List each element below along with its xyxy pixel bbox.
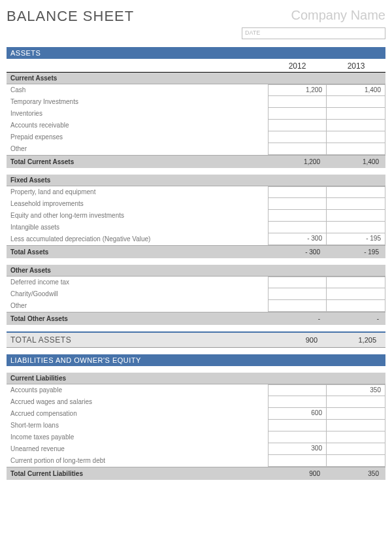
line-item: Accrued compensation600: [7, 408, 385, 420]
line-item: Accounts payable350: [7, 384, 385, 396]
value-cell-y1[interactable]: [268, 186, 327, 198]
grand-total-assets: TOTAL ASSETS 900 1,205: [7, 333, 385, 348]
current-assets-rows: Cash1,2001,400Temporary InvestmentsInven…: [7, 84, 385, 155]
line-item: Intangible assets: [7, 222, 385, 233]
line-label: Other: [7, 300, 268, 312]
line-label: Other: [7, 143, 268, 155]
value-cell-y1[interactable]: 1,200: [268, 84, 327, 96]
total-v1: 1,200: [268, 156, 327, 167]
value-cell-y2[interactable]: [327, 420, 385, 431]
line-label: Accrued wages and salaries: [7, 396, 268, 408]
total-v1: - 300: [268, 246, 327, 258]
value-cell-y2[interactable]: [327, 408, 385, 420]
line-label: Accrued compensation: [7, 408, 268, 420]
line-item: Other: [7, 143, 385, 155]
value-cell-y2[interactable]: - 195: [327, 233, 385, 245]
year-header: 2012 2013: [7, 59, 385, 73]
date-field[interactable]: DATE: [242, 27, 385, 39]
value-cell-y1[interactable]: [268, 277, 327, 288]
line-item: Other: [7, 300, 385, 312]
grand-v1: 900: [268, 333, 327, 346]
assets-section-bar: ASSETS: [7, 47, 385, 59]
line-label: Accounts receivable: [7, 120, 268, 131]
value-cell-y1[interactable]: [268, 288, 327, 300]
value-cell-y1[interactable]: 300: [268, 443, 327, 455]
value-cell-y1[interactable]: [268, 120, 327, 131]
total-current-assets: Total Current Assets 1,200 1,400: [7, 155, 385, 168]
total-v2: -: [327, 313, 385, 324]
company-name[interactable]: Company Name: [291, 8, 385, 23]
total-label: Total Other Assets: [7, 313, 268, 324]
value-cell-y2[interactable]: [327, 396, 385, 408]
line-label: Leasehold improvements: [7, 198, 268, 210]
line-label: Accounts payable: [7, 384, 268, 396]
line-label: Temporary Investments: [7, 96, 268, 108]
total-v1: 900: [268, 468, 327, 479]
line-item: Deferred income tax: [7, 277, 385, 288]
value-cell-y1[interactable]: [268, 143, 327, 155]
value-cell-y1[interactable]: [268, 108, 327, 120]
value-cell-y2[interactable]: [327, 96, 385, 108]
current-assets-heading: Current Assets: [7, 73, 385, 84]
line-label: Property, land and equipment: [7, 186, 268, 198]
line-item: Less accumulated depreciation (Negative …: [7, 233, 385, 245]
line-label: Charity/Goodwill: [7, 288, 268, 300]
grand-total-assets-wrap: TOTAL ASSETS 900 1,205: [7, 331, 385, 348]
value-cell-y2[interactable]: 1,400: [327, 84, 385, 96]
value-cell-y1[interactable]: - 300: [268, 233, 327, 245]
value-cell-y2[interactable]: [327, 143, 385, 155]
value-cell-y2[interactable]: [327, 288, 385, 300]
current-liabilities-rows: Accounts payable350Accrued wages and sal…: [7, 384, 385, 467]
value-cell-y1[interactable]: [268, 384, 327, 396]
current-liabilities-heading: Current Liabilities: [7, 373, 385, 384]
value-cell-y2[interactable]: [327, 431, 385, 443]
value-cell-y1[interactable]: [268, 455, 327, 467]
value-cell-y1[interactable]: [268, 131, 327, 143]
value-cell-y2[interactable]: [327, 210, 385, 222]
year-1: 2012: [268, 61, 327, 71]
value-cell-y1[interactable]: [268, 198, 327, 210]
line-item: Charity/Goodwill: [7, 288, 385, 300]
line-item: Equity and other long-term investments: [7, 210, 385, 222]
line-item: Current portion of long-term debt: [7, 455, 385, 467]
line-label: Inventories: [7, 108, 268, 120]
value-cell-y2[interactable]: [327, 131, 385, 143]
value-cell-y1[interactable]: [268, 222, 327, 233]
line-item: Property, land and equipment: [7, 186, 385, 198]
other-assets-heading: Other Assets: [7, 265, 385, 277]
total-current-liabilities: Total Current Liabilities 900 350: [7, 467, 385, 480]
total-label: Total Assets: [7, 246, 268, 258]
year-2: 2013: [327, 61, 385, 71]
value-cell-y1[interactable]: [268, 96, 327, 108]
grand-v2: 1,205: [327, 333, 385, 346]
total-other-assets: Total Other Assets - -: [7, 312, 385, 325]
value-cell-y1[interactable]: [268, 431, 327, 443]
total-v1: -: [268, 313, 327, 324]
value-cell-y2[interactable]: 350: [327, 384, 385, 396]
value-cell-y2[interactable]: [327, 222, 385, 233]
total-label: Total Current Liabilities: [7, 468, 268, 479]
value-cell-y2[interactable]: [327, 277, 385, 288]
value-cell-y2[interactable]: [327, 186, 385, 198]
line-item: Short-term loans: [7, 420, 385, 431]
value-cell-y1[interactable]: [268, 396, 327, 408]
liabilities-section-bar: LIABILITIES AND OWNER'S EQUITY: [7, 354, 385, 366]
total-fixed-assets: Total Assets - 300 - 195: [7, 245, 385, 258]
value-cell-y2[interactable]: [327, 300, 385, 312]
value-cell-y2[interactable]: [327, 198, 385, 210]
line-item: Temporary Investments: [7, 96, 385, 108]
grand-label: TOTAL ASSETS: [7, 333, 268, 347]
value-cell-y2[interactable]: [327, 108, 385, 120]
line-label: Intangible assets: [7, 222, 268, 233]
value-cell-y2[interactable]: [327, 455, 385, 467]
value-cell-y1[interactable]: [268, 420, 327, 431]
total-label: Total Current Assets: [7, 156, 268, 167]
other-assets-rows: Deferred income taxCharity/GoodwillOther: [7, 277, 385, 312]
page-title: BALANCE SHEET: [7, 8, 134, 25]
value-cell-y2[interactable]: [327, 443, 385, 455]
value-cell-y1[interactable]: [268, 300, 327, 312]
value-cell-y1[interactable]: 600: [268, 408, 327, 420]
value-cell-y1[interactable]: [268, 210, 327, 222]
value-cell-y2[interactable]: [327, 120, 385, 131]
line-item: Cash1,2001,400: [7, 84, 385, 96]
